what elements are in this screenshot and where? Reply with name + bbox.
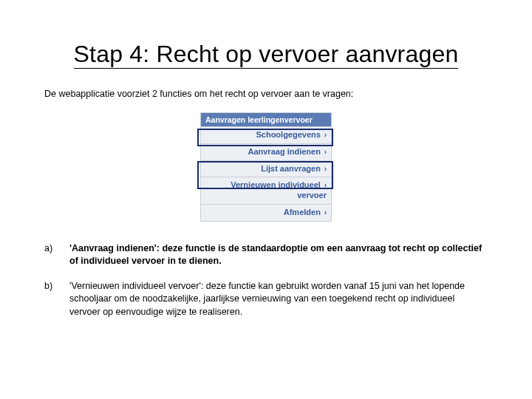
option-label: a) (44, 242, 69, 268)
option-text: 'Vernieuwen individueel vervoer': deze f… (69, 280, 488, 319)
option-label: b) (44, 280, 69, 319)
menu-item-label: Vernieuwen individueel (231, 180, 321, 189)
chevron-right-icon: › (322, 181, 327, 189)
menu-item-afmelden[interactable]: Afmelden › (201, 204, 331, 221)
menu-item-label-line2: vervoer (297, 191, 327, 200)
menu-item-aanvraag-indienen[interactable]: Aanvraag indienen › (201, 143, 331, 160)
page-title: Stap 4: Recht op vervoer aanvragen (44, 41, 488, 68)
menu-item-vernieuwen-individueel[interactable]: Vernieuwen individueel › vervoer (201, 177, 331, 204)
nav-menu: Aanvragen leerlingenvervoer Schoolgegeve… (200, 112, 332, 222)
menu-item-lijst-aanvragen[interactable]: Lijst aanvragen › (201, 160, 331, 177)
option-text: 'Aanvraag indienen': deze functie is de … (69, 242, 488, 268)
menu-item-label: Schoolgegevens (256, 130, 320, 139)
chevron-right-icon: › (322, 208, 327, 216)
title-suffix: : Recht op vervoer aanvragen (143, 41, 458, 67)
menu-screenshot: Aanvragen leerlingenvervoer Schoolgegeve… (44, 112, 488, 222)
chevron-right-icon: › (322, 165, 327, 173)
menu-item-label: Aanvraag indienen (248, 147, 320, 156)
title-prefix: Stap 4 (74, 41, 143, 67)
menu-item-label: Afmelden (284, 208, 321, 216)
menu-item-label: Lijst aanvragen (261, 164, 321, 173)
chevron-right-icon: › (322, 148, 327, 156)
menu-header: Aanvragen leerlingenvervoer (201, 113, 331, 126)
chevron-right-icon: › (322, 131, 327, 139)
option-b: b) 'Vernieuwen individueel vervoer': dez… (44, 280, 488, 319)
option-a: a) 'Aanvraag indienen': deze functie is … (44, 242, 488, 268)
menu-item-schoolgegevens[interactable]: Schoolgegevens › (201, 126, 331, 143)
intro-text: De webapplicatie voorziet 2 functies om … (44, 89, 488, 99)
